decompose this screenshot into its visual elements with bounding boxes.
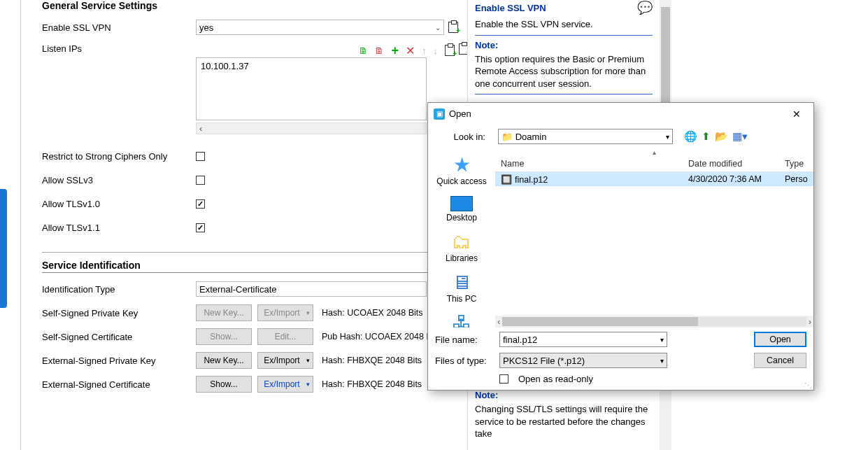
col-date[interactable]: Date modified (683, 159, 779, 169)
file-date: 4/30/2020 7:36 AM (683, 174, 779, 184)
help-ssl-desc: Enable the SSL VPN service. (475, 18, 653, 31)
allow-tls11-checkbox[interactable] (196, 223, 205, 232)
general-section-heading: General Service Settings (42, 0, 462, 11)
ext-pk-label: External-Signed Private Key (42, 356, 196, 366)
file-type: Perso (779, 174, 813, 184)
lookin-dropdown[interactable]: 📁 Doamin ▾ (498, 129, 673, 144)
ext-cert-label: External-Signed Certificate (42, 379, 196, 390)
plus-icon[interactable]: + (391, 43, 399, 58)
arrow-down-icon[interactable]: ↓ (434, 45, 439, 56)
filename-label: File name: (435, 335, 492, 345)
clipboard-add-icon[interactable] (448, 22, 458, 33)
self-pk-eximport-button[interactable]: Ex/Import (257, 304, 313, 321)
filetype-value: PKCS12 File (*.p12) (503, 356, 585, 366)
allow-tls10-label: Allow TLSv1.0 (42, 199, 196, 209)
place-thispc[interactable]: 🖥 This PC (430, 270, 493, 307)
allow-sslv3-checkbox[interactable] (196, 176, 205, 185)
enable-ssl-vpn-label: Enable SSL VPN (42, 22, 196, 33)
file-row[interactable]: 🔲final.p12 4/30/2020 7:36 AM Perso (495, 172, 813, 186)
self-cert-label: Self-Signed Certificate (42, 332, 196, 342)
note-label: Note: (475, 390, 498, 400)
enable-ssl-vpn-select[interactable]: yes ⌄ (196, 20, 444, 35)
self-cert-show-button[interactable]: Show... (196, 328, 252, 345)
ext-pk-newkey-button[interactable]: New Key... (196, 352, 252, 369)
id-type-select[interactable]: External-Certificate (196, 281, 427, 297)
ext-pk-hash: Hash: FHBXQE 2048 Bits (322, 356, 422, 365)
nav-viewmenu-icon[interactable]: ▦▾ (732, 130, 748, 143)
help-ssl-note: This option requires the Basic or Premiu… (475, 53, 653, 90)
help-bubble-icon[interactable]: 💬 (637, 0, 653, 15)
chevron-down-icon: ▾ (660, 357, 664, 365)
col-type[interactable]: Type (779, 159, 813, 169)
self-pk-newkey-button[interactable]: New Key... (196, 304, 252, 321)
ext-cert-eximport-button[interactable]: Ex/Import (257, 376, 313, 393)
cancel-button[interactable]: Cancel (754, 353, 806, 368)
desktop-icon (450, 196, 473, 211)
places-bar: ★ Quick access Desktop 🗂 Libraries 🖥 Thi… (428, 148, 495, 328)
filename-combo[interactable]: final.p12 ▾ (499, 332, 667, 347)
file-list-header[interactable]: Name Date modified Type (495, 155, 813, 172)
file-name: final.p12 (515, 175, 548, 185)
ext-cert-show-button[interactable]: Show... (196, 376, 252, 393)
service-id-heading: Service Identification (42, 260, 434, 273)
close-button[interactable]: ✕ (783, 104, 811, 124)
left-vertical-strip (7, 0, 21, 450)
id-type-label: Identification Type (42, 284, 196, 295)
place-libraries[interactable]: 🗂 Libraries (430, 230, 493, 266)
restrict-ciphers-checkbox[interactable] (196, 152, 205, 161)
file-list: ▴ Name Date modified Type 🔲final.p12 4/3… (495, 148, 813, 328)
arrow-up-icon[interactable]: ↑ (422, 45, 427, 56)
nav-newfolder-icon[interactable]: 📂 (715, 130, 728, 143)
chevron-down-icon: ▾ (666, 133, 669, 141)
readonly-label: Open as read-only (518, 374, 593, 384)
dialog-titlebar[interactable]: Open ✕ (428, 103, 813, 125)
nav-up-icon[interactable]: ⬆ (702, 130, 711, 143)
place-quickaccess[interactable]: ★ Quick access (430, 153, 493, 189)
col-name[interactable]: Name (495, 159, 683, 169)
place-desktop[interactable]: Desktop (430, 193, 493, 225)
dialog-title: Open (449, 108, 471, 119)
folder-icon: 📁 (501, 132, 513, 142)
lookin-folder-name: Doamin (515, 132, 547, 142)
filetype-label: Files of type: (435, 356, 492, 366)
allow-tls10-checkbox[interactable] (196, 199, 205, 209)
allow-tls11-label: Allow TLSv1.1 (42, 223, 196, 233)
pc-icon: 🖥 (452, 273, 471, 293)
restrict-ciphers-label: Restrict to Strong Ciphers Only (42, 151, 196, 162)
clipboard-add-icon[interactable] (445, 45, 455, 56)
open-button[interactable]: Open (754, 332, 806, 347)
delete-x-icon[interactable]: ✕ (406, 44, 415, 57)
ext-cert-hash: Hash: FHBXQE 2048 Bits (322, 379, 422, 389)
main-settings-panel: General Service Settings Enable SSL VPN … (21, 0, 462, 450)
left-blue-tab[interactable] (0, 189, 7, 308)
resize-grip[interactable] (804, 383, 812, 388)
network-icon: 🖧 (452, 314, 471, 328)
self-cert-hash: Pub Hash: UCOAEX 2048 Bits (322, 332, 441, 342)
sort-indicator: ▴ (495, 148, 813, 155)
file-add-icon[interactable]: 🗎 (359, 45, 368, 56)
self-pk-hash: Hash: UCOAEX 2048 Bits (322, 308, 423, 318)
app-icon (434, 108, 445, 120)
readonly-checkbox[interactable] (499, 374, 508, 384)
file-list-hscrollbar[interactable]: ‹› (495, 316, 813, 328)
nav-back-icon[interactable]: 🌐 (684, 130, 697, 143)
self-pk-label: Self-Signed Private Key (42, 308, 196, 318)
self-cert-edit-button[interactable]: Edit... (257, 328, 313, 345)
note-label: Note: (475, 40, 498, 50)
star-icon: ★ (453, 155, 471, 175)
place-network[interactable]: 🖧 Network (430, 311, 493, 328)
file-remove-icon[interactable]: 🗎 (375, 45, 384, 56)
chevron-down-icon: ▾ (660, 336, 664, 344)
lookin-label: Look in: (435, 132, 491, 142)
listen-ips-hscrollbar[interactable] (196, 122, 427, 134)
filename-value: final.p12 (503, 335, 537, 345)
enable-ssl-vpn-value: yes (199, 22, 213, 33)
filetype-combo[interactable]: PKCS12 File (*.p12) ▾ (499, 353, 667, 368)
ext-pk-eximport-button[interactable]: Ex/Import (257, 352, 313, 369)
help-ssl-heading: Enable SSL VPN (475, 3, 546, 13)
allow-sslv3-label: Allow SSLv3 (42, 175, 196, 185)
listen-ips-textarea[interactable] (196, 57, 427, 120)
file-open-dialog: Open ✕ Look in: 📁 Doamin ▾ 🌐 ⬆ 📂 ▦▾ ★ Qu… (427, 102, 814, 391)
listen-ips-label: Listen IPs (42, 43, 196, 54)
id-type-value: External-Certificate (199, 284, 277, 295)
